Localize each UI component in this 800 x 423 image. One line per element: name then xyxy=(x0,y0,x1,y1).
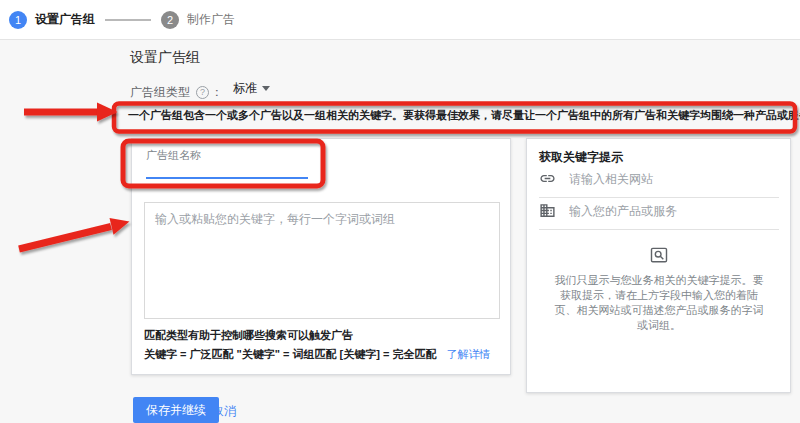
cancel-link[interactable]: 取消 xyxy=(212,403,236,420)
ad-group-type-row: 广告组类型 ? ： 标准 xyxy=(130,80,272,104)
keyword-ideas-title: 获取关键字提示 xyxy=(539,149,623,166)
ad-group-type-dropdown[interactable]: 标准 xyxy=(231,80,272,104)
step-2-label: 制作广告 xyxy=(187,11,235,28)
match-type-help-title: 匹配类型有助于控制哪些搜索可以触发广告 xyxy=(144,328,353,343)
learn-more-link[interactable]: 了解详情 xyxy=(446,348,490,360)
dropdown-caret-icon xyxy=(262,86,270,91)
ad-group-type-colon: ： xyxy=(211,84,223,101)
product-input-row xyxy=(539,202,779,230)
ad-group-type-label: 广告组类型 xyxy=(130,84,190,101)
ad-group-name-input[interactable] xyxy=(146,161,308,179)
help-icon[interactable]: ? xyxy=(196,86,209,99)
ad-group-description-text: 一个广告组包含一个或多个广告以及一组相关的关键字。要获得最佳效果，请尽量让一个广… xyxy=(128,108,792,123)
ad-group-type-value: 标准 xyxy=(233,80,257,97)
website-input-row xyxy=(539,170,779,198)
related-website-input[interactable] xyxy=(569,172,759,186)
business-icon xyxy=(539,202,556,219)
page-search-icon xyxy=(527,245,790,265)
stepper-connector xyxy=(105,19,151,21)
step-1-setup-ad-group[interactable]: 1 设置广告组 xyxy=(9,11,95,29)
main-content: 设置广告组 广告组类型 ? ： 标准 一个广告组包含一个或多个广告以及一组相关的… xyxy=(0,41,800,423)
product-service-input[interactable] xyxy=(569,204,759,218)
step-2-create-ad[interactable]: 2 制作广告 xyxy=(161,11,235,29)
step-1-circle: 1 xyxy=(9,11,27,29)
step-2-circle: 2 xyxy=(161,11,179,29)
page-title: 设置广告组 xyxy=(130,49,200,67)
step-1-label: 设置广告组 xyxy=(35,11,95,28)
match-type-examples: 关键字 = 广泛匹配 "关键字" = 词组匹配 [关键字] = 完全匹配 xyxy=(144,348,436,360)
stepper-bar: 1 设置广告组 2 制作广告 xyxy=(0,0,800,40)
save-and-continue-button[interactable]: 保存并继续 xyxy=(133,397,219,423)
ad-group-form-card: 广告组名称 匹配类型有助于控制哪些搜索可以触发广告 关键字 = 广泛匹配 "关键… xyxy=(131,138,511,375)
match-type-help-line: 关键字 = 广泛匹配 "关键字" = 词组匹配 [关键字] = 完全匹配了解详情 xyxy=(144,347,490,362)
keyword-ideas-card: 获取关键字提示 我们只显示与您业务相关的关 xyxy=(526,138,791,393)
keywords-textarea[interactable] xyxy=(144,202,500,319)
link-icon xyxy=(539,170,556,187)
keyword-ideas-empty-hint: 我们只显示与您业务相关的关键字提示。要获取提示，请在上方字段中输入您的着陆页、相… xyxy=(554,273,764,333)
